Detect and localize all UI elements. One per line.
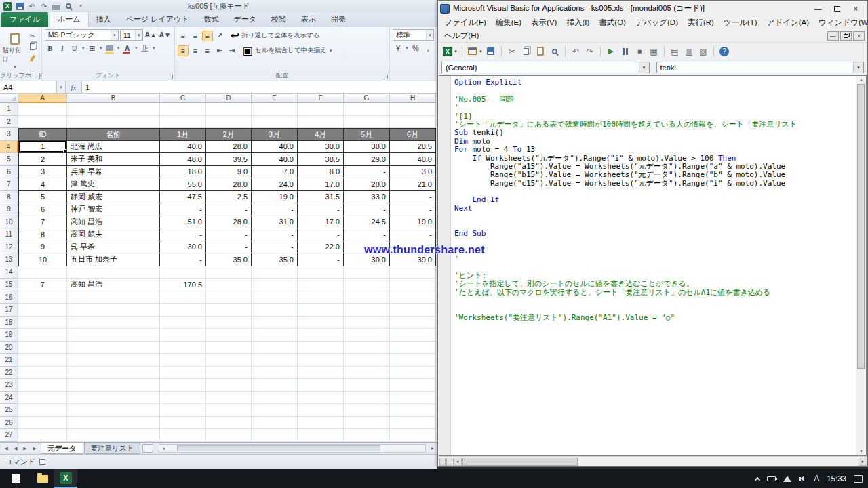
align-center-button[interactable]: ≡	[190, 45, 201, 56]
cell-C13[interactable]: -	[160, 253, 206, 266]
column-header-A[interactable]: A	[18, 94, 67, 103]
cell-G21[interactable]	[344, 354, 390, 367]
percent-button[interactable]: %	[410, 43, 421, 54]
cell-B6[interactable]: 兵庫 早希	[67, 166, 160, 179]
cell-E18[interactable]	[252, 317, 298, 329]
cell-C19[interactable]	[160, 329, 206, 342]
borders-button[interactable]: ⊞	[87, 43, 98, 54]
vba-minimize-button[interactable]: —	[808, 2, 827, 15]
cell-F9[interactable]: -	[298, 203, 344, 216]
number-format-combo[interactable]: 標準 ▼	[393, 29, 434, 41]
cell-E4[interactable]: 40.0	[252, 141, 298, 154]
taskbar-clock[interactable]: 15:33	[827, 474, 846, 483]
hidden-icons-chevron[interactable]	[755, 476, 760, 482]
cell-B11[interactable]: 高岡 範夫	[67, 228, 160, 241]
cell-D21[interactable]	[206, 354, 252, 367]
cell-F22[interactable]	[298, 367, 344, 380]
cell-D17[interactable]	[206, 304, 252, 317]
cell-C18[interactable]	[160, 317, 206, 329]
cell-B17[interactable]	[67, 304, 160, 317]
cell-E15[interactable]	[252, 279, 298, 291]
row-header-26[interactable]: 26	[0, 417, 18, 430]
cell-B10[interactable]: 高知 昌浩	[67, 216, 160, 229]
cell-E27[interactable]	[252, 429, 298, 442]
cell-B22[interactable]	[67, 367, 160, 380]
name-box[interactable]: A4	[0, 81, 57, 93]
cell-G17[interactable]	[344, 304, 390, 317]
cell-A5[interactable]: 2	[18, 153, 67, 166]
insert-dropdown-icon[interactable]: ▼	[479, 49, 483, 54]
cell-E25[interactable]	[252, 404, 298, 417]
cell-C5[interactable]: 40.0	[160, 153, 206, 166]
row-header-27[interactable]: 27	[0, 429, 18, 442]
first-sheet-button[interactable]: ◀	[1, 444, 11, 453]
procedure-dropdown[interactable]: tenki ▼	[656, 62, 865, 73]
cell-G4[interactable]: 30.0	[344, 141, 390, 154]
cell-G2[interactable]	[344, 116, 390, 129]
cell-F5[interactable]: 38.5	[298, 153, 344, 166]
object-dropdown[interactable]: (General) ▼	[441, 62, 650, 73]
cell-G8[interactable]: 33.0	[344, 191, 390, 204]
cell-H10[interactable]: 19.0	[390, 216, 436, 229]
scroll-right-icon[interactable]: ►	[428, 444, 437, 453]
align-bottom-button[interactable]: ≡	[202, 30, 213, 41]
undo-button-vba[interactable]: ↶	[570, 45, 582, 58]
row-header-8[interactable]: 8	[0, 191, 18, 204]
cell-D27[interactable]	[206, 429, 252, 442]
view-excel-button[interactable]: X	[441, 45, 454, 58]
cell-D8[interactable]: 2.5	[206, 191, 252, 204]
cell-A16[interactable]	[18, 291, 67, 304]
cell-C20[interactable]	[160, 342, 206, 354]
paste-button[interactable]: 貼り付け ▼	[3, 29, 27, 72]
cell-H18[interactable]	[390, 317, 436, 329]
cell-A18[interactable]	[18, 317, 67, 329]
cell-A17[interactable]	[18, 304, 67, 317]
cell-E3[interactable]: 3月	[252, 128, 298, 141]
ribbon-tab-数式[interactable]: 数式	[196, 12, 226, 27]
cell-B8[interactable]: 静岡 威宏	[67, 191, 160, 204]
fill-color-dropdown-icon[interactable]: ▼	[117, 46, 121, 50]
column-header-B[interactable]: B	[67, 94, 160, 103]
cell-A4[interactable]: 1	[18, 141, 67, 154]
cell-G11[interactable]: -	[344, 228, 390, 241]
cell-B5[interactable]: 米子 美和	[67, 153, 160, 166]
cell-E8[interactable]: 19.0	[252, 191, 298, 204]
phonetic-button[interactable]: 亜	[140, 43, 151, 54]
cell-A2[interactable]	[18, 116, 67, 129]
phonetic-dropdown-icon[interactable]: ▼	[152, 46, 156, 50]
cell-H4[interactable]: 28.5	[390, 141, 436, 154]
cell-H2[interactable]	[390, 116, 436, 129]
number-format-dropdown-icon[interactable]: ▼	[426, 30, 433, 40]
cell-G7[interactable]: 20.0	[344, 178, 390, 191]
cell-E26[interactable]	[252, 417, 298, 430]
column-header-F[interactable]: F	[298, 94, 344, 103]
cell-A19[interactable]	[18, 329, 67, 342]
cell-D25[interactable]	[206, 404, 252, 417]
menu-実行(R)[interactable]: 実行(R)	[683, 16, 719, 29]
cell-H8[interactable]: -	[390, 191, 436, 204]
cell-E1[interactable]	[252, 103, 298, 116]
cell-D24[interactable]	[206, 392, 252, 405]
row-header-15[interactable]: 15	[0, 279, 18, 291]
cell-F1[interactable]	[298, 103, 344, 116]
cell-G27[interactable]	[344, 429, 390, 442]
cell-B24[interactable]	[67, 392, 160, 405]
cell-G18[interactable]	[344, 317, 390, 329]
scroll-right-icon[interactable]: ►	[859, 458, 867, 466]
cell-C12[interactable]: 30.0	[160, 241, 206, 254]
font-name-dropdown-icon[interactable]: ▼	[111, 30, 118, 40]
menu-挿入(I)[interactable]: 挿入(I)	[561, 16, 594, 29]
next-sheet-button[interactable]: ▶	[20, 444, 30, 453]
cell-E6[interactable]: 7.0	[252, 166, 298, 179]
cell-G22[interactable]	[344, 367, 390, 380]
cell-B4[interactable]: 北海 尚広	[67, 141, 160, 154]
cell-D26[interactable]	[206, 417, 252, 430]
ribbon-tab-ページ レイアウト[interactable]: ページ レイアウト	[119, 12, 197, 27]
vba-close-button[interactable]: ×	[846, 2, 865, 15]
cell-F11[interactable]: -	[298, 228, 344, 241]
sheet-tab-要注意リスト[interactable]: 要注意リスト	[84, 443, 141, 454]
split-handle[interactable]	[439, 458, 446, 466]
code-window-close-button[interactable]: ×	[853, 31, 865, 41]
cell-F13[interactable]: -	[298, 253, 344, 266]
cell-A6[interactable]: 3	[18, 166, 67, 179]
